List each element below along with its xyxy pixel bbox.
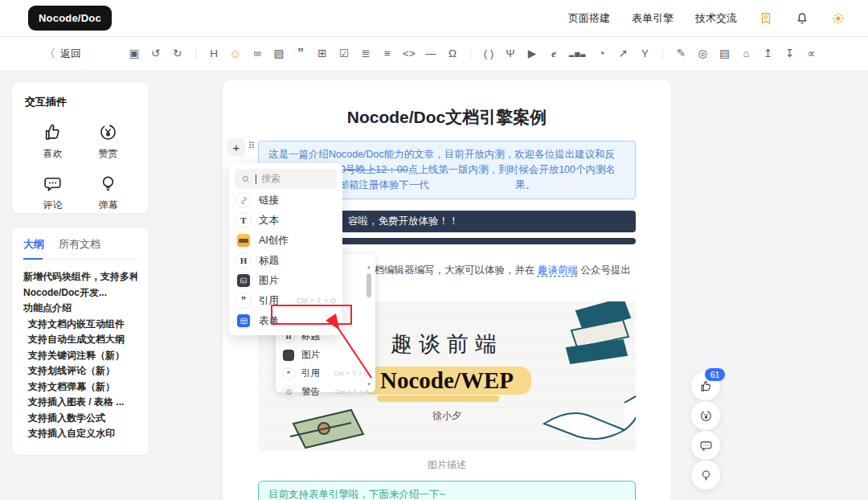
outline-item[interactable]: 新增代码块组件，支持多种... [23,269,137,285]
save-icon[interactable]: ▣ [128,47,141,61]
menu-item-quote[interactable]: ” 引用 Ctrl + ⇧ + O [235,292,337,309]
bullet-list-icon[interactable]: ≡ [381,47,394,61]
menu-item-text[interactable]: T 文本 [235,211,337,229]
theme-sun-icon[interactable] [831,11,845,26]
preview-icon[interactable]: ◎ [696,47,709,61]
quote-icon[interactable]: ” [294,49,307,59]
toolbar-divider [662,48,663,59]
watermark-icon[interactable]: Ω [446,47,459,61]
add-block-button[interactable]: + [227,138,245,156]
document-title[interactable]: Nocode/Doc文档引擎案例 [258,106,636,129]
lightbulb-icon [699,469,713,482]
lightbulb-icon [98,174,118,194]
yen-reward-icon [699,409,713,423]
redo-icon[interactable]: ↻ [171,47,184,61]
plugins-panel: 交互插件 喜欢 赞赏 评论 弹幕 [12,83,149,213]
top-header: Nocode/Doc 页面搭建 表单引擎 技术交流 [0,0,868,37]
checklist-icon[interactable]: ☑ [338,47,350,61]
image-subtitle-text: Nocode/WEP [362,367,531,395]
outline-item[interactable]: 支持插入数学公式 [23,411,137,427]
thumbs-up-icon [699,379,713,393]
reward-button[interactable] [691,401,720,430]
file-icon[interactable]: ▤ [718,47,731,61]
outline-item[interactable]: 支持划线评论（新） [23,363,137,379]
app-logo[interactable]: Nocode/Doc [28,6,112,31]
plugin-reward[interactable]: 赞赏 [98,122,118,161]
image-icon [282,349,295,362]
teal-banner[interactable]: 目前支持表单引擎啦，下面来介绍一下~ [258,481,636,500]
outline-item[interactable]: 支持插入图表 / 表格 ... [23,395,137,411]
outline-item[interactable]: 支持文档弹幕（新） [23,379,137,395]
plugin-comment[interactable]: 评论 [43,174,63,212]
outline-item[interactable]: 功能点介绍 [23,301,137,317]
ordered-list-icon[interactable]: ≣ [359,47,372,61]
tab-all-docs[interactable]: 所有文档 [59,237,100,252]
plugin-danmaku[interactable]: 弹幕 [98,174,118,212]
outline-item[interactable]: Nocode/Doc开发... [23,285,137,301]
undo-icon[interactable]: ↺ [149,47,162,61]
back-button[interactable]: 〈 返回 [44,47,81,61]
danmaku-button[interactable] [691,461,720,490]
header-nav: 页面搭建 表单引擎 技术交流 [568,11,845,26]
nav-form-engine[interactable]: 表单引擎 [632,11,674,26]
notification-bell-icon[interactable] [795,11,809,26]
outline-list: 新增代码块组件，支持多种... Nocode/Doc开发... 功能点介绍 支持… [23,269,137,442]
menu-search-input[interactable]: 搜索 [235,169,337,189]
tab-outline[interactable]: 大纲 [23,237,44,252]
search-icon [241,174,251,184]
like-count-badge: 61 [705,368,725,381]
plugin-label: 弹幕 [99,199,118,212]
share-icon[interactable]: ∝ [805,47,817,61]
menu-item-form[interactable]: 表单 [235,312,337,330]
nav-page-builder[interactable]: 页面搭建 [568,11,610,26]
qutanqianduan-link[interactable]: 趣谈前端 [538,264,578,276]
shortcut-hint: Ctrl + ⇧ + A [335,388,369,395]
menu-item-link[interactable]: 链接 [235,191,337,209]
back-chevron-icon: 〈 [44,47,55,61]
comment-button[interactable] [691,431,720,460]
video-icon[interactable]: ▶ [526,47,538,61]
pie-chart-icon[interactable]: ◔ [595,47,608,61]
quote-icon: ” [235,293,252,309]
outline-item[interactable]: 支持文档内嵌互动组件 [23,317,137,333]
outline-item[interactable]: 支持关键词注释（新） [23,348,137,364]
editor-toolbar: 〈 返回 ▣ ↺ ↻ H ☺ ∞ ▨ ” ⊞ ☑ ≣ ≡ <> — Ω ( ) … [0,37,868,71]
signature-icon[interactable]: ✎ [674,47,687,61]
image-icon[interactable]: ▨ [272,47,285,61]
archive-icon[interactable]: ⌂ [739,47,752,61]
emoji-icon[interactable]: ☺ [229,47,242,61]
browser-icon[interactable]: e [547,47,560,61]
outline-tabs: 大纲 所有文档 [23,237,137,260]
download-icon[interactable]: ↧ [783,47,796,61]
nav-tech-community[interactable]: 技术交流 [695,11,737,26]
code-icon[interactable]: <> [403,47,416,61]
ai-writing-icon [235,232,252,248]
insert-block-menu: 搜索 链接 T 文本 AI创作 H 标题 图片 ” 引用 Ctrl + ⇧ + … [229,163,342,335]
back-label: 返回 [60,47,81,61]
menu-item-heading[interactable]: H 标题 [235,252,337,269]
outline-item[interactable]: 支持插入自定义水印 [23,426,137,442]
plugin-like[interactable]: 喜欢 [43,122,63,161]
image-caption[interactable]: 图片描述 [258,458,636,472]
mic-icon[interactable]: Ψ [504,47,517,61]
bar-chart-icon[interactable]: ▂▅▃ [569,47,586,61]
heading-icon[interactable]: H [207,47,220,61]
line-chart-icon[interactable]: ↗ [616,47,629,61]
search-placeholder: 搜索 [261,172,280,186]
toolbar-icons: ▣ ↺ ↻ H ☺ ∞ ▨ ” ⊞ ☑ ≣ ≡ <> — Ω ( ) Ψ ▶ e… [128,47,817,61]
outline-item[interactable]: 支持自动生成文档大纲 [23,332,137,348]
drag-handle[interactable]: ⠿ [248,141,254,151]
menu-item-image[interactable]: 图片 [235,272,337,289]
table-icon[interactable]: ⊞ [316,47,329,61]
membership-icon[interactable] [759,11,773,26]
hidden-text-region [429,187,515,188]
upload-icon[interactable]: ↥ [761,47,774,61]
flowchart-icon[interactable]: Y [638,47,651,61]
link-icon[interactable]: ∞ [251,47,264,61]
divider-icon[interactable]: — [424,47,437,61]
text-icon: T [235,212,252,228]
comment-bubble-icon [43,174,63,194]
inline-code-icon[interactable]: ( ) [482,47,495,61]
embedded-item-quote: ” 引用 Ctrl + ⇧ + O [282,364,369,383]
menu-item-ai-writing[interactable]: AI创作 [235,232,337,249]
